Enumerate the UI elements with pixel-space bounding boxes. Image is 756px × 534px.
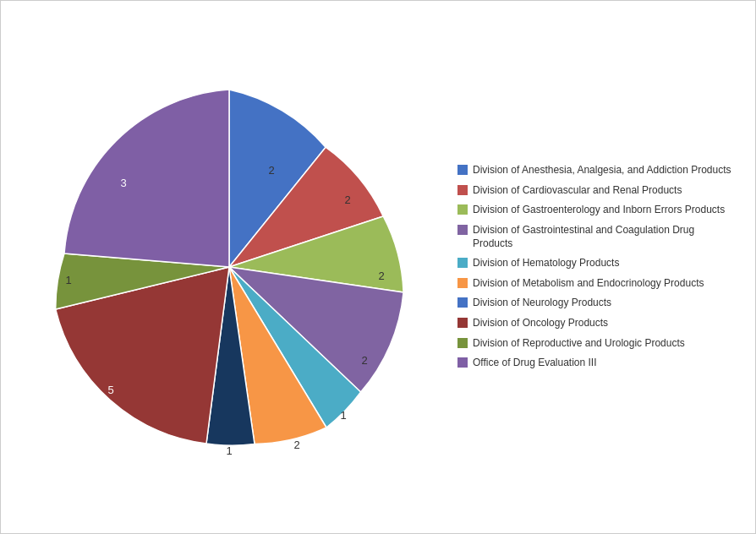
- legend-label-gastroenterology: Division of Gastroenterology and Inborn …: [473, 204, 725, 217]
- pie-chart: 2 2 2 2 1 2 1: [26, 64, 432, 470]
- slice-label-anesthesia: 2: [268, 164, 274, 177]
- slice-label-gastrointestinal: 2: [361, 354, 367, 367]
- legend-color-gastrointestinal: [457, 225, 468, 235]
- legend-item-reproductive: Division of Reproductive and Urologic Pr…: [457, 337, 737, 351]
- legend-item-cardiovascular: Division of Cardiovascular and Renal Pro…: [457, 184, 737, 198]
- legend-color-reproductive: [457, 338, 468, 348]
- legend-item-oncology: Division of Oncology Products: [457, 317, 737, 330]
- slice-label-gastroenterology: 2: [378, 270, 384, 282]
- chart-legend: Division of Anesthesia, Analgesia, and A…: [449, 164, 737, 370]
- legend-label-office: Office of Drug Evaluation III: [473, 357, 597, 370]
- legend-color-gastroenterology: [457, 204, 468, 215]
- legend-label-neurology: Division of Neurology Products: [473, 297, 611, 310]
- legend-color-neurology: [457, 297, 468, 308]
- slice-label-hematology: 1: [340, 409, 346, 422]
- chart-container: 2 2 2 2 1 2 1: [0, 0, 756, 534]
- legend-item-anesthesia: Division of Anesthesia, Analgesia, and A…: [457, 164, 737, 177]
- legend-item-gastrointestinal: Division of Gastrointestinal and Coagula…: [457, 224, 737, 250]
- legend-item-office: Office of Drug Evaluation III: [457, 357, 737, 370]
- legend-label-reproductive: Division of Reproductive and Urologic Pr…: [473, 337, 685, 351]
- legend-label-gastrointestinal: Division of Gastrointestinal and Coagula…: [473, 224, 737, 250]
- slice-label-office: 3: [120, 177, 126, 189]
- slice-office: [64, 90, 229, 267]
- slice-label-oncology: 5: [107, 384, 113, 396]
- slice-label-cardiovascular: 2: [344, 193, 350, 206]
- legend-color-anesthesia: [457, 165, 468, 175]
- slice-label-neurology: 1: [226, 444, 232, 457]
- legend-label-metabolism: Division of Metabolism and Endocrinology…: [473, 277, 704, 291]
- legend-item-metabolism: Division of Metabolism and Endocrinology…: [457, 277, 737, 291]
- legend-color-cardiovascular: [457, 185, 468, 195]
- slice-label-reproductive: 1: [65, 274, 71, 286]
- legend-color-oncology: [457, 318, 468, 328]
- legend-label-cardiovascular: Division of Cardiovascular and Renal Pro…: [473, 184, 682, 198]
- legend-label-oncology: Division of Oncology Products: [473, 317, 608, 330]
- slice-label-metabolism: 2: [293, 439, 299, 451]
- legend-color-hematology: [457, 258, 468, 268]
- legend-item-gastroenterology: Division of Gastroenterology and Inborn …: [457, 204, 737, 217]
- pie-chart-wrapper: 2 2 2 2 1 2 1: [9, 18, 449, 516]
- legend-label-hematology: Division of Hematology Products: [473, 257, 619, 270]
- legend-label-anesthesia: Division of Anesthesia, Analgesia, and A…: [473, 164, 731, 177]
- legend-item-neurology: Division of Neurology Products: [457, 297, 737, 310]
- legend-color-office: [457, 357, 468, 368]
- legend-item-hematology: Division of Hematology Products: [457, 257, 737, 270]
- legend-color-metabolism: [457, 278, 468, 288]
